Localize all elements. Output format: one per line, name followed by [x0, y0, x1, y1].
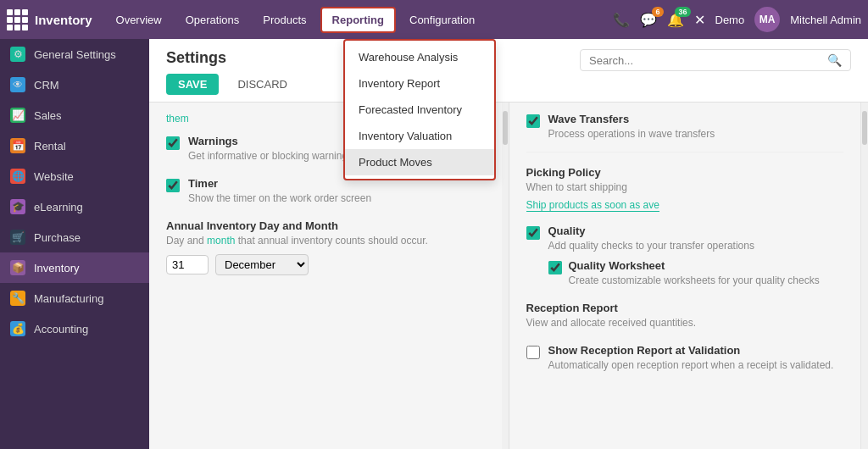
nav-reporting[interactable]: Reporting	[320, 7, 396, 33]
phone-icon[interactable]: 📞	[613, 12, 630, 28]
demo-label: Demo	[715, 14, 745, 26]
discard-button[interactable]: DISCARD	[225, 74, 299, 95]
reception-report-desc: View and allocate received quantities.	[526, 316, 844, 330]
sidebar-label-general-settings: General Settings	[34, 48, 116, 61]
sidebar-label-elearning: eLearning	[34, 201, 83, 213]
sidebar-item-purchase[interactable]: 🛒 Purchase	[0, 222, 149, 252]
sidebar-label-sales: Sales	[34, 109, 62, 122]
dropdown-forecasted-inventory[interactable]: Forecasted Inventory	[345, 97, 494, 123]
nav-overview[interactable]: Overview	[106, 8, 172, 31]
warnings-checkbox[interactable]	[166, 136, 180, 150]
save-button[interactable]: SAVE	[166, 74, 219, 95]
reporting-dropdown: Warehouse Analysis Inventory Report Fore…	[343, 39, 496, 180]
left-scroll-track[interactable]	[502, 103, 509, 449]
purchase-icon: 🛒	[10, 230, 25, 245]
wave-transfers-checkbox[interactable]	[526, 114, 540, 128]
sidebar-item-inventory[interactable]: 📦 Inventory	[0, 252, 149, 283]
activity-icon[interactable]: 🔔 36	[667, 12, 684, 28]
messages-icon[interactable]: 💬 6	[640, 12, 657, 28]
page-title: Settings	[166, 49, 299, 67]
dropdown-inventory-report[interactable]: Inventory Report	[345, 70, 494, 97]
sidebar-item-rental[interactable]: 📅 Rental	[0, 130, 149, 161]
navbar: Inventory Overview Operations Products R…	[0, 0, 868, 39]
date-month-select[interactable]: December January February	[215, 254, 309, 275]
sidebar-item-crm[interactable]: 👁 CRM	[0, 69, 149, 100]
setting-annual-inventory: Annual Inventory Day and Month Day and m…	[166, 219, 485, 276]
annual-inventory-desc: Day and month that annual inventory coun…	[166, 234, 485, 248]
nav-configuration[interactable]: Configuration	[399, 8, 485, 31]
timer-desc: Show the timer on the work order screen	[188, 191, 371, 206]
show-reception-report-desc: Automatically open reception report when…	[548, 358, 834, 373]
content-area: Settings SAVE DISCARD 🔍 the	[149, 39, 868, 449]
settings-body: them Warnings Get informative or blockin…	[149, 103, 868, 449]
sidebar-item-accounting[interactable]: 💰 Accounting	[0, 313, 149, 344]
setting-wave-transfers: Wave Transfers Process operations in wav…	[526, 113, 844, 152]
wave-transfers-desc: Process operations in wave transfers	[548, 127, 715, 141]
app-name: Inventory	[35, 13, 92, 27]
sidebar-item-manufacturing[interactable]: 🔧 Manufacturing	[0, 283, 149, 313]
setting-reception-report: Reception Report View and allocate recei…	[526, 302, 844, 330]
reception-report-label: Reception Report	[526, 302, 844, 314]
sidebar-item-general-settings[interactable]: ⚙ General Settings	[0, 39, 149, 69]
website-icon: 🌐	[10, 169, 25, 184]
settings-right-col: Wave Transfers Process operations in wav…	[509, 103, 862, 449]
messages-badge: 6	[652, 7, 663, 17]
inventory-icon: 📦	[10, 260, 25, 275]
search-input[interactable]	[589, 54, 827, 67]
nav-operations[interactable]: Operations	[175, 8, 250, 31]
sidebar-label-accounting: Accounting	[34, 323, 88, 335]
quality-worksheet-checkbox[interactable]	[548, 261, 562, 274]
nav-products[interactable]: Products	[253, 8, 316, 31]
crm-icon: 👁	[10, 77, 25, 92]
show-reception-report-checkbox[interactable]	[526, 346, 540, 359]
quality-checkbox[interactable]	[526, 226, 540, 240]
accounting-icon: 💰	[10, 321, 25, 336]
settings-header: Settings SAVE DISCARD 🔍	[149, 39, 868, 103]
header-actions: SAVE DISCARD	[166, 74, 299, 95]
nav-items: Overview Operations Products Reporting C…	[106, 7, 613, 33]
picking-policy-label: Picking Policy	[526, 166, 844, 179]
sidebar-item-sales[interactable]: 📈 Sales	[0, 100, 149, 130]
show-reception-report-label: Show Reception Report at Validation	[548, 344, 834, 357]
user-name: Mitchell Admin	[790, 14, 861, 26]
setting-show-reception-report: Show Reception Report at Validation Auto…	[526, 344, 844, 373]
close-icon[interactable]: ✕	[694, 12, 705, 28]
left-scroll-thumb	[503, 111, 508, 145]
setting-timer: Timer Show the timer on the work order s…	[166, 177, 485, 206]
quality-worksheet-desc: Create customizable worksheets for your …	[569, 274, 820, 288]
nav-right: 📞 💬 6 🔔 36 ✕ Demo MA Mitchell Admin	[613, 7, 862, 32]
search-icon: 🔍	[827, 53, 842, 67]
dropdown-inventory-valuation[interactable]: Inventory Valuation	[345, 123, 494, 149]
setting-picking-policy: Picking Policy When to start shipping Sh…	[526, 166, 844, 211]
wave-transfers-label: Wave Transfers	[548, 113, 715, 125]
sidebar-label-website: Website	[34, 170, 74, 183]
picking-policy-desc: When to start shipping	[526, 180, 844, 195]
avatar[interactable]: MA	[754, 7, 780, 32]
manufacturing-icon: 🔧	[10, 291, 25, 306]
quality-worksheet-label: Quality Worksheet	[569, 259, 820, 272]
quality-label: Quality	[548, 224, 754, 237]
dropdown-product-moves[interactable]: Product Moves	[345, 149, 494, 175]
sidebar-label-crm: CRM	[34, 79, 59, 91]
sidebar: ⚙ General Settings 👁 CRM 📈 Sales 📅 Renta…	[0, 39, 149, 449]
grid-icon	[7, 9, 28, 30]
sales-icon: 📈	[10, 108, 25, 123]
sidebar-label-purchase: Purchase	[34, 231, 81, 244]
rental-icon: 📅	[10, 138, 25, 153]
timer-checkbox[interactable]	[166, 179, 180, 192]
quality-desc: Add quality checks to your transfer oper…	[548, 239, 754, 253]
annual-inventory-label: Annual Inventory Day and Month	[166, 219, 485, 232]
sidebar-label-rental: Rental	[34, 140, 66, 152]
sidebar-item-elearning[interactable]: 🎓 eLearning	[0, 191, 149, 222]
elearning-icon: 🎓	[10, 199, 25, 214]
ship-link[interactable]: Ship products as soon as ave	[526, 199, 659, 212]
right-scroll-thumb	[862, 111, 867, 145]
app-brand[interactable]: Inventory	[7, 9, 92, 30]
setting-quality: Quality Add quality checks to your trans…	[526, 224, 844, 289]
sidebar-item-website[interactable]: 🌐 Website	[0, 161, 149, 191]
date-field: December January February	[166, 254, 485, 275]
sidebar-label-inventory: Inventory	[34, 262, 79, 274]
date-day-input[interactable]	[166, 255, 209, 274]
dropdown-warehouse-analysis[interactable]: Warehouse Analysis	[345, 44, 494, 70]
right-scroll-track[interactable]	[861, 103, 868, 449]
